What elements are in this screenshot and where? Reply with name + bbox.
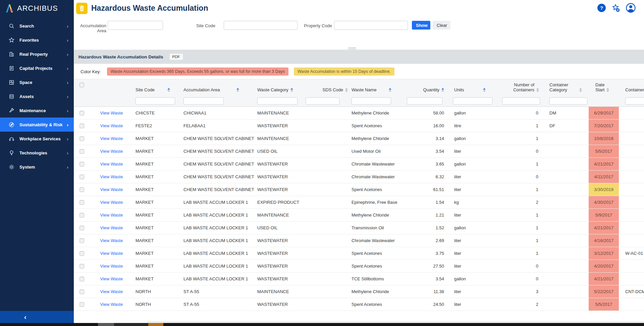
row-checkbox[interactable] <box>79 175 84 179</box>
view-waste-link[interactable]: View Waste <box>100 149 123 154</box>
row-checkbox[interactable] <box>79 213 84 218</box>
chevron-right-icon: › <box>67 65 68 71</box>
select-all-checkbox[interactable] <box>79 83 84 87</box>
sidebar-item-capital-projects[interactable]: Capital Projects› <box>0 61 74 75</box>
view-waste-link[interactable]: View Waste <box>100 276 123 281</box>
view-waste-link[interactable]: View Waste <box>100 302 123 307</box>
row-checkbox[interactable] <box>79 149 84 154</box>
sidebar-item-technologies[interactable]: Technologies› <box>0 146 74 160</box>
sidebar-item-real-property[interactable]: Real Property› <box>0 47 74 61</box>
chevron-right-icon: › <box>67 108 68 113</box>
column-header-container-category[interactable]: ContainerCategory <box>542 79 589 96</box>
row-checkbox[interactable] <box>79 251 84 256</box>
row-checkbox[interactable] <box>79 136 84 141</box>
column-header-quantity[interactable]: Quantity <box>401 79 446 96</box>
row-checkbox[interactable] <box>79 302 84 307</box>
row-checkbox[interactable] <box>79 226 84 230</box>
cell-number-of-containers: 0 <box>500 107 542 119</box>
details-panel-title: Hazardous Waste Accumulation Details <box>78 54 163 59</box>
column-header-units[interactable]: Units <box>446 79 500 96</box>
sidebar-item-sustainability-risk[interactable]: Sustainability & Risk› <box>0 118 74 132</box>
row-checkbox[interactable] <box>79 277 84 281</box>
cell-container: CNT-DCM <box>619 285 644 298</box>
sidebar-item-assets[interactable]: Assets› <box>0 89 74 103</box>
sidebar-item-search[interactable]: Search› <box>0 19 74 33</box>
units-column-filter[interactable] <box>453 97 492 105</box>
cell-waste-name: Methylene Chloride <box>351 107 401 119</box>
sort-icon[interactable] <box>167 88 170 92</box>
show-button[interactable]: Show <box>412 21 430 30</box>
sort-icon[interactable] <box>441 88 444 92</box>
sidebar-item-space[interactable]: Space› <box>0 75 74 89</box>
row-checkbox[interactable] <box>79 162 84 167</box>
waste-name-column-filter[interactable] <box>352 97 391 105</box>
view-waste-link[interactable]: View Waste <box>100 225 123 230</box>
row-checkbox[interactable] <box>79 200 84 205</box>
sds-code-column-filter[interactable] <box>306 97 339 105</box>
site-code-column-filter[interactable] <box>136 97 175 105</box>
user-avatar-icon[interactable] <box>626 3 636 13</box>
help-icon[interactable]: ? <box>597 4 606 12</box>
quantity-column-filter[interactable] <box>407 97 442 105</box>
row-checkbox[interactable] <box>79 238 84 243</box>
row-checkbox[interactable] <box>79 187 84 192</box>
view-waste-link[interactable]: View Waste <box>100 213 123 218</box>
sidebar-item-maintenance[interactable]: Maintenance› <box>0 103 74 118</box>
number-of-containers-column-filter[interactable] <box>502 97 540 105</box>
cell-site-code: NORTH <box>134 285 183 298</box>
accumulation-area-input[interactable] <box>108 21 163 30</box>
column-header-container[interactable]: Container <box>619 79 644 96</box>
pdf-button[interactable]: PDF <box>169 53 183 60</box>
view-waste-link[interactable]: View Waste <box>100 251 123 256</box>
view-waste-link[interactable]: View Waste <box>100 264 123 269</box>
add-favorite-icon[interactable] <box>611 3 620 12</box>
sort-icon[interactable] <box>389 88 391 92</box>
column-header-sds-code[interactable]: SDS Code <box>305 79 351 96</box>
container-column-filter[interactable] <box>625 97 644 105</box>
sidebar-item-favorites[interactable]: Favorites› <box>0 33 74 47</box>
row-checkbox[interactable] <box>79 124 84 128</box>
accumulation-area-column-filter[interactable] <box>183 97 224 105</box>
container-category-column-filter[interactable] <box>549 97 587 105</box>
sort-icon[interactable] <box>290 88 293 92</box>
column-header-waste-name[interactable]: Waste Name <box>351 79 401 96</box>
column-header-waste-category[interactable]: Waste Category <box>257 79 305 96</box>
waste-category-column-filter[interactable] <box>257 97 298 105</box>
column-header-site-code[interactable]: Site Code <box>134 79 183 96</box>
sort-icon[interactable] <box>579 88 582 92</box>
panel-drag-handle[interactable] <box>348 47 356 50</box>
cell-container <box>619 132 644 145</box>
cell-container-category <box>542 209 589 221</box>
view-waste-link[interactable]: View Waste <box>100 123 123 128</box>
cell-number-of-containers: 1 <box>500 132 542 145</box>
view-waste-link[interactable]: View Waste <box>100 136 123 141</box>
sort-icon[interactable] <box>345 88 348 92</box>
row-checkbox[interactable] <box>79 289 84 294</box>
sidebar-item-system[interactable]: System› <box>0 160 74 174</box>
sort-icon[interactable] <box>483 88 486 92</box>
sort-icon[interactable] <box>236 88 239 92</box>
color-key-label: Color Key: <box>80 69 101 74</box>
view-waste-column-header <box>89 79 134 96</box>
column-header-number-of-containers[interactable]: Number ofContainers <box>500 79 542 96</box>
sort-icon[interactable] <box>606 88 609 92</box>
view-waste-link[interactable]: View Waste <box>100 161 123 167</box>
cell-container-category <box>542 247 589 260</box>
site-code-input[interactable] <box>224 21 298 30</box>
view-waste-link[interactable]: View Waste <box>100 110 123 115</box>
column-header-date-start[interactable]: DateStart <box>589 79 619 96</box>
sort-icon[interactable] <box>536 88 539 92</box>
sidebar-collapse-bar[interactable]: ‹ <box>0 311 74 323</box>
row-checkbox[interactable] <box>79 111 84 115</box>
view-waste-link[interactable]: View Waste <box>100 187 123 192</box>
row-checkbox[interactable] <box>79 264 84 269</box>
view-waste-link[interactable]: View Waste <box>100 238 123 243</box>
collapse-chevron-icon[interactable]: ‹ <box>24 314 26 320</box>
view-waste-link[interactable]: View Waste <box>100 174 123 179</box>
property-code-input[interactable] <box>334 21 408 30</box>
column-header-accumulation-area[interactable]: Accumulation Area <box>183 79 257 96</box>
sidebar-item-workplace-services[interactable]: Workplace Services› <box>0 132 74 146</box>
clear-button[interactable]: Clear <box>433 21 450 30</box>
view-waste-link[interactable]: View Waste <box>100 200 123 205</box>
view-waste-link[interactable]: View Waste <box>100 289 123 294</box>
